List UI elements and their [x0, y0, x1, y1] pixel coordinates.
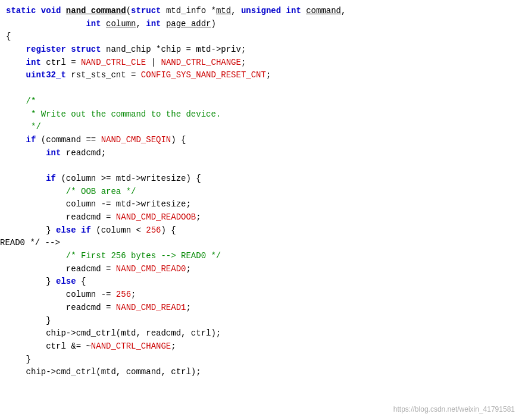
code-line-23: readcmd = NAND_CMD_READ1; — [0, 302, 522, 315]
code-line-2: int column, int page_addr) — [0, 18, 522, 31]
code-line-10: */ — [0, 121, 522, 134]
code-line-20: readcmd = NAND_CMD_READ0; — [0, 263, 522, 276]
code-line-17: readcmd = NAND_CMD_READOOB; — [0, 211, 522, 224]
code-line-1: static void nand_command(struct mtd_info… — [0, 5, 522, 18]
code-line-8: /* — [0, 95, 522, 108]
code-line-26: ctrl &= ~NAND_CTRL_CHANGE; — [0, 340, 522, 353]
code-line-27: } — [0, 353, 522, 366]
watermark: https://blog.csdn.net/weixin_41791581 — [393, 404, 515, 415]
code-line-4: register struct nand_chip *chip = mtd->p… — [0, 43, 522, 57]
code-line-5: int ctrl = NAND_CTRL_CLE | NAND_CTRL_CHA… — [0, 57, 522, 70]
code-line-9: * Write out the command to the device. — [0, 108, 522, 121]
code-line-7 — [0, 82, 522, 95]
code-line-22: column -= 256; — [0, 289, 522, 302]
code-line-28: chip->cmd_ctrl(mtd, command, ctrl); — [0, 366, 522, 379]
code-line-21: } else { — [0, 275, 522, 289]
code-line-15: /* OOB area */ — [0, 186, 522, 199]
code-line-12: int readcmd; — [0, 147, 522, 160]
code-line-14: if (column >= mtd->writesize) { — [0, 173, 522, 186]
code-line-16: column -= mtd->writesize; — [0, 198, 522, 211]
code-line-25: chip->cmd_ctrl(mtd, readcmd, ctrl); — [0, 327, 522, 340]
code-line-3: { — [0, 30, 522, 43]
code-line-11: if (command == NAND_CMD_SEQIN) { — [0, 134, 522, 147]
code-block: static void nand_command(struct mtd_info… — [0, 0, 522, 420]
code-line-6: uint32_t rst_sts_cnt = CONFIG_SYS_NAND_R… — [0, 69, 522, 82]
code-line-24: } — [0, 315, 522, 328]
code-line-13 — [0, 159, 522, 173]
code-line-18: } else if (column < 256) { — [0, 224, 522, 237]
code-line-19: /* First 256 bytes --> READ0 */ — [0, 250, 522, 263]
